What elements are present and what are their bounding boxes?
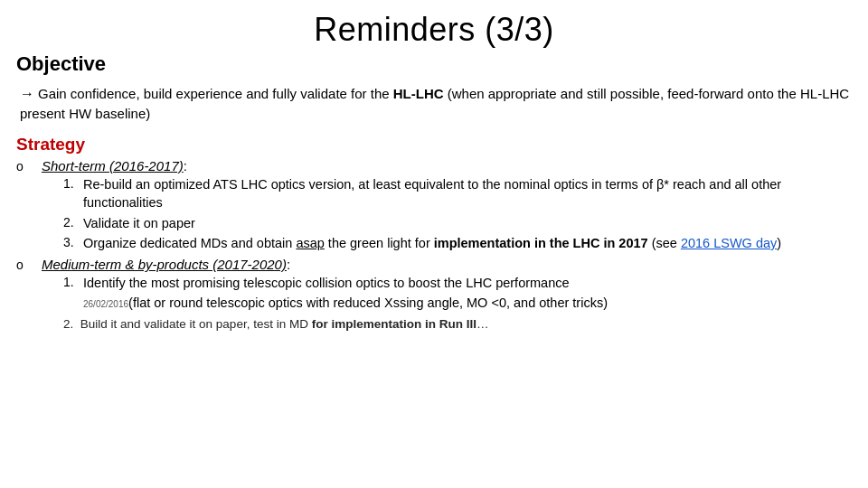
bullet-content: Medium-term & by-products (2017-2020): 1… xyxy=(42,257,852,314)
objective-text-pre: Gain confidence, build experience and fu… xyxy=(38,86,393,101)
bullet-content: Short-term (2016-2017): 1. Re-build an o… xyxy=(42,158,852,254)
sub-content: Identify the most promising telescopic c… xyxy=(83,274,852,292)
sub-num: 1. xyxy=(63,175,83,193)
arrow-icon: → xyxy=(20,86,34,101)
sub-list-item: 3. Organize dedicated MDs and obtain asa… xyxy=(63,234,852,252)
short-term-subitems: 1. Re-build an optimized ATS LHC optics … xyxy=(42,175,852,252)
medium-term-colon: : xyxy=(287,257,290,272)
sub-num: 3. xyxy=(63,234,83,252)
sub-list-item: 2. Validate it on paper xyxy=(63,214,852,232)
sub-content: Organize dedicated MDs and obtain asap t… xyxy=(83,234,852,252)
objective-label: Objective xyxy=(16,52,852,76)
date-stamp: 26/02/2016 xyxy=(83,298,128,311)
objective-bold: HL-LHC xyxy=(393,86,444,101)
objective-body: →Gain confidence, build experience and f… xyxy=(16,83,852,124)
sub-num: 2. xyxy=(63,214,83,232)
sub-content: Validate it on paper xyxy=(83,214,852,232)
strategy-list: o Short-term (2016-2017): 1. Re-build an… xyxy=(16,158,852,314)
sub-list-item: 26/02/2016(flat or round telescopic opti… xyxy=(63,294,852,312)
bullet-marker: o xyxy=(16,257,42,272)
footer-hint: 2. Build it and validate it on paper, te… xyxy=(16,317,852,331)
sub-content: Re-build an optimized ATS LHC optics ver… xyxy=(83,175,852,212)
sub-list-item: 1. Identify the most promising telescopi… xyxy=(63,274,852,292)
short-term-colon: : xyxy=(184,158,187,174)
list-item: o Medium-term & by-products (2017-2020):… xyxy=(16,257,852,314)
bullet-marker: o xyxy=(16,158,42,174)
sub-content: 26/02/2016(flat or round telescopic opti… xyxy=(83,294,852,312)
asap-text: asap xyxy=(296,236,324,250)
sub-list-item: 1. Re-build an optimized ATS LHC optics … xyxy=(63,175,852,212)
list-item: o Short-term (2016-2017): 1. Re-build an… xyxy=(16,158,852,254)
lswg-link[interactable]: 2016 LSWG day xyxy=(681,236,777,250)
medium-term-label: Medium-term & by-products (2017-2020) xyxy=(42,257,287,272)
sub-num: 1. xyxy=(63,274,83,292)
strategy-label: Strategy xyxy=(16,135,852,155)
page-title: Reminders (3/3) xyxy=(16,11,852,49)
short-term-label: Short-term (2016-2017) xyxy=(42,158,184,174)
implementation-bold: implementation in the LHC in 2017 xyxy=(434,236,648,250)
medium-term-subitems: 1. Identify the most promising telescopi… xyxy=(42,274,852,313)
